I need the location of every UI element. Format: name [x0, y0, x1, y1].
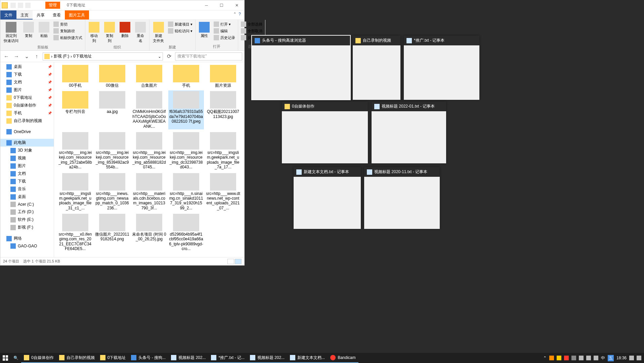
tray-icon[interactable] [571, 356, 576, 360]
back-button[interactable]: ← [2, 52, 10, 61]
qat-button[interactable] [18, 3, 23, 8]
file-item[interactable]: QQ截图20211007113423.jpg [205, 90, 241, 129]
taskbar-item[interactable]: Bandicam [328, 353, 358, 363]
nav-item[interactable]: 文档 [0, 170, 54, 177]
file-item[interactable]: src=http___x0.ifengimg.com_res_2021_EEC7… [57, 213, 93, 252]
file-item[interactable]: src=http___n.sinaimg.cn_sinakd10117_319_… [168, 172, 204, 211]
file-item[interactable]: src=http___materials.cdn.bcebos.com_imag… [131, 172, 167, 211]
cut-button[interactable]: 剪切 [53, 21, 83, 27]
easy-access-button[interactable]: 轻松访问 ▾ [167, 28, 193, 34]
file-item[interactable]: 图片资源 [205, 64, 241, 88]
new-folder-button[interactable]: 新建 文件夹 [152, 21, 165, 44]
tab-share[interactable]: 共享 [33, 10, 49, 19]
nav-item[interactable]: 图片📌 [0, 86, 54, 94]
file-item[interactable]: src=http___imgslim.geekpark.net_uploads_… [205, 131, 241, 170]
file-item[interactable]: src=http___img.leikeji.com_resource_img_… [168, 131, 204, 170]
taskbar-item[interactable]: 视频标题 202... [247, 353, 287, 363]
file-item[interactable]: src=http___imgslim.geekpark.net_uploads_… [57, 172, 93, 211]
network-icon[interactable] [594, 356, 598, 360]
file-item[interactable]: src=http___inews.gtimg.com_newsapp_match… [94, 172, 130, 211]
nav-item[interactable]: GAO-GAO [0, 242, 54, 250]
nav-item[interactable]: 工作 (D:) [0, 208, 54, 216]
nav-network[interactable]: 网络 [0, 235, 54, 242]
nav-item[interactable]: 3D 对象 [0, 147, 54, 154]
ribbon-collapse-button[interactable]: ⌃ [233, 12, 237, 18]
paste-shortcut-button[interactable]: 粘贴快捷方式 [53, 35, 83, 41]
move-to-button[interactable]: 移动到 [87, 21, 101, 44]
file-item[interactable]: aa.jpg [94, 90, 130, 129]
volume-icon[interactable] [586, 356, 591, 360]
file-item[interactable]: f636afc379310a55da7e79d140704ba0822610 7… [168, 90, 204, 129]
nav-item[interactable]: 桌面 [0, 193, 54, 201]
file-item[interactable]: 专栏与抖音 [57, 90, 93, 129]
task-thumbnail[interactable]: *推广.txt - 记事本 [404, 36, 479, 99]
copy-path-button[interactable]: 复制路径 [53, 28, 83, 34]
copy-to-button[interactable]: 复制到 [103, 21, 116, 44]
nav-item[interactable]: 0下载地址📌 [0, 94, 54, 102]
nav-item[interactable]: 0自媒体创作📌 [0, 102, 54, 109]
pin-to-quick-access-button[interactable]: 固定到 快速访问 [2, 21, 20, 44]
copy-button[interactable]: 复制 [22, 21, 35, 39]
task-thumbnail[interactable]: 自己录制的视频 [353, 36, 400, 99]
thumbnails-view-button[interactable] [235, 259, 242, 264]
taskbar-item[interactable]: 视频标题 202... [168, 353, 208, 363]
select-none-button[interactable]: 全部取消 [240, 28, 263, 34]
tab-view[interactable]: 查看 [49, 10, 65, 19]
file-item[interactable]: 合集图片 [131, 64, 167, 88]
address-bar[interactable]: › 影视 (F:) › 0下载地址 ⌄ [43, 52, 163, 61]
close-button[interactable]: ✕ [229, 1, 244, 10]
nav-item[interactable]: 自己录制的视频 [0, 117, 54, 125]
nav-thispc[interactable]: 此电脑 [0, 139, 54, 147]
file-item[interactable]: 00微信 [94, 64, 130, 88]
properties-button[interactable]: 属性 [198, 21, 211, 39]
nav-item[interactable]: 桌面📌 [0, 63, 54, 71]
ime-indicator[interactable]: 中 [601, 355, 605, 361]
taskbar-item[interactable]: 0自媒体创作 [21, 353, 56, 363]
ime-mode[interactable]: 五 [608, 355, 614, 361]
recent-locations-button[interactable]: ⌄ [23, 52, 31, 61]
file-item[interactable]: src=http___img.leikeji.com_resource_img_… [94, 131, 130, 170]
tray-icon[interactable] [564, 356, 569, 360]
task-thumbnail[interactable]: 0自媒体创作 [282, 102, 368, 163]
clock[interactable]: 18:36 [616, 356, 627, 360]
file-item[interactable]: d52966b4b95a4f1cbf95cc0e419a66a6_tplv-pk… [168, 213, 204, 252]
notifications-icon[interactable] [629, 356, 634, 360]
tab-picture-tools[interactable]: 图片工具 [65, 10, 89, 19]
refresh-button[interactable]: ⟳ [165, 52, 173, 61]
qat-dropdown[interactable] [25, 3, 31, 8]
tab-file[interactable]: 文件 [0, 10, 16, 19]
edit-button[interactable]: 编辑 [213, 28, 236, 34]
new-item-button[interactable]: 新建项目 ▾ [167, 21, 193, 27]
tray-icon[interactable] [549, 356, 554, 360]
file-item[interactable]: 微信图片_20220119182614.png [94, 213, 130, 252]
taskbar-item[interactable]: 头条号 - 搜狗... [128, 353, 168, 363]
nav-item[interactable]: 音乐 [0, 185, 54, 193]
taskbar-item[interactable]: 0下载地址 [97, 353, 129, 363]
nav-item[interactable]: Acer (C:) [0, 201, 54, 208]
file-item[interactable]: src=http___www.dtnews.net_wp-content_upl… [205, 172, 241, 211]
file-item[interactable]: 未命名项目 (时间 0_00_26;25).jpg [131, 213, 167, 252]
file-item[interactable]: ChMkKmHm0KGIfhTCAADSjIbCoOoAAXuMgKWE3EAA… [131, 90, 167, 129]
file-item[interactable]: 手机 [168, 64, 204, 88]
search-input[interactable]: 搜索"0下载地址" [175, 52, 242, 61]
task-thumbnail[interactable]: 视频标题 2020-11.txt - 记事本 [364, 167, 440, 229]
rename-button[interactable]: 重命名 [134, 21, 147, 44]
breadcrumb-segment[interactable]: 0下载地址 [73, 53, 92, 59]
nav-item[interactable]: 下载 [0, 177, 54, 185]
nav-item[interactable]: 影视 (F:) [0, 224, 54, 231]
open-button[interactable]: 打开 ▾ [213, 21, 236, 27]
taskbar-item[interactable]: 新建文本文档... [287, 353, 328, 363]
task-thumbnail[interactable]: 头条号 - 搜狗高速浏览器 [252, 36, 350, 99]
minimize-button[interactable]: ─ [199, 1, 214, 10]
nav-item[interactable]: 手机📌 [0, 109, 54, 117]
forward-button[interactable]: → [12, 52, 20, 61]
nav-onedrive[interactable]: OneDrive [0, 128, 54, 135]
paste-button[interactable]: 粘贴 [37, 21, 51, 39]
file-item[interactable]: 00手机 [57, 64, 93, 88]
maximize-button[interactable]: ☐ [214, 1, 229, 10]
task-view-button[interactable] [637, 356, 641, 360]
nav-item[interactable]: 图片 [0, 162, 54, 170]
delete-button[interactable]: 删除 [118, 21, 132, 39]
search-button[interactable]: 🔍 [11, 353, 21, 363]
tab-home[interactable]: 主页 [16, 10, 33, 19]
